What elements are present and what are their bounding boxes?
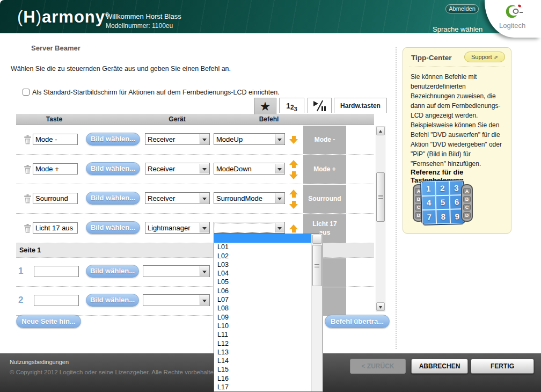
chevron-down-icon[interactable] bbox=[275, 134, 284, 144]
keypad-right-strip: A B C D bbox=[461, 184, 473, 222]
dropdown-option[interactable]: L11 bbox=[214, 330, 311, 339]
cancel-button[interactable]: ABBRECHEN bbox=[411, 359, 468, 374]
dropdown-option[interactable]: L06 bbox=[214, 287, 311, 295]
play-pause-icon bbox=[313, 100, 327, 111]
command-select[interactable]: ModeDown bbox=[214, 163, 285, 175]
dropdown-option[interactable]: L12 bbox=[214, 339, 311, 348]
scroll-up-icon[interactable] bbox=[376, 127, 385, 135]
command-select[interactable]: ModeUp bbox=[214, 133, 285, 145]
tip-body-text: Sie können Befehle mit benutzerdefiniert… bbox=[411, 72, 506, 169]
table-row: Bild wählen... Receiver ModeDown Mode + bbox=[16, 155, 374, 184]
key-label-input[interactable] bbox=[33, 193, 78, 204]
choose-image-button[interactable]: Bild wählen... bbox=[86, 162, 140, 175]
harmony-logo: (H)armony® bbox=[17, 8, 109, 27]
delete-row-icon[interactable] bbox=[24, 194, 32, 204]
tab-hardware-keys[interactable]: Hardw.tasten bbox=[334, 98, 387, 113]
device-select[interactable]: Receiver bbox=[145, 163, 210, 175]
tab-numbers[interactable]: 123 bbox=[279, 98, 304, 113]
logitech-logo-icon bbox=[503, 3, 525, 22]
dropdown-option[interactable]: L15 bbox=[214, 365, 311, 374]
dropdown-option[interactable]: L03 bbox=[214, 260, 311, 269]
numbers-icon: 1 bbox=[286, 101, 290, 110]
delete-row-icon[interactable] bbox=[24, 165, 32, 174]
chevron-down-icon[interactable] bbox=[275, 223, 284, 233]
dropdown-option[interactable]: L05 bbox=[214, 278, 311, 286]
key-label-input[interactable] bbox=[33, 134, 78, 145]
dropdown-option[interactable] bbox=[214, 234, 311, 243]
delete-row-icon[interactable] bbox=[24, 135, 32, 144]
table-scrollbar[interactable] bbox=[376, 126, 385, 311]
language-select-link[interactable]: Sprache wählen bbox=[433, 25, 482, 33]
row-number: 2 bbox=[18, 295, 23, 306]
button-preview-tile: Mode - bbox=[303, 126, 346, 154]
chevron-down-icon[interactable] bbox=[200, 295, 209, 305]
instruction-text: Wählen Sie die zu steuernden Geräte aus … bbox=[11, 65, 231, 72]
transfer-command-button[interactable]: Befehl übertra... bbox=[325, 315, 390, 328]
welcome-text: Willkommen Horst Blass bbox=[106, 12, 181, 20]
delete-row-icon[interactable] bbox=[24, 224, 32, 233]
command-select[interactable]: SurroundMode bbox=[214, 192, 285, 204]
column-header-befehl: Befehl bbox=[259, 115, 279, 123]
choose-image-button[interactable]: Bild wählen... bbox=[86, 221, 140, 234]
move-down-icon[interactable] bbox=[289, 136, 298, 144]
dropdown-option[interactable]: L13 bbox=[214, 348, 311, 357]
device-select[interactable]: Lightmanager bbox=[145, 222, 210, 234]
dropdown-option[interactable]: L17 bbox=[214, 383, 311, 391]
device-select[interactable]: Receiver bbox=[145, 133, 210, 145]
table-header: Taste Gerät Befehl bbox=[16, 114, 374, 125]
move-down-icon[interactable] bbox=[289, 171, 298, 179]
chevron-down-icon[interactable] bbox=[200, 223, 209, 233]
chevron-down-icon[interactable] bbox=[275, 193, 284, 203]
chevron-down-icon[interactable] bbox=[200, 193, 209, 203]
dropdown-option[interactable]: L04 bbox=[214, 269, 311, 278]
choose-image-button[interactable]: Bild wählen... bbox=[86, 133, 140, 146]
tip-center-title: Tipp-Center bbox=[411, 54, 452, 62]
tab-favorites[interactable]: ★ bbox=[254, 98, 276, 114]
choose-image-button[interactable]: Bild wählen... bbox=[86, 265, 139, 278]
move-up-icon[interactable] bbox=[289, 224, 298, 233]
key-label-input[interactable] bbox=[34, 266, 79, 277]
key-label-input[interactable] bbox=[34, 295, 79, 306]
tab-transport[interactable] bbox=[308, 98, 332, 113]
dropdown-option[interactable]: L16 bbox=[214, 374, 311, 383]
chevron-down-icon[interactable] bbox=[200, 134, 209, 144]
command-select-open[interactable] bbox=[214, 222, 285, 234]
new-page-button[interactable]: Neue Seite hin... bbox=[16, 315, 81, 328]
scrollbar-thumb[interactable] bbox=[312, 245, 322, 286]
dropdown-option[interactable]: L08 bbox=[214, 304, 311, 313]
star-icon: ★ bbox=[260, 99, 271, 114]
chevron-down-icon[interactable] bbox=[200, 266, 209, 276]
dropdown-option[interactable]: L14 bbox=[214, 357, 311, 365]
scrollbar-thumb[interactable] bbox=[376, 172, 385, 222]
dropdown-option[interactable]: L10 bbox=[214, 322, 311, 330]
dropdown-option[interactable]: L09 bbox=[214, 313, 311, 322]
button-preview-tile: Mode + bbox=[303, 155, 346, 184]
device-select[interactable] bbox=[143, 294, 210, 306]
choose-image-button[interactable]: Bild wählen... bbox=[86, 192, 140, 205]
dropdown-option[interactable]: L01 bbox=[214, 243, 311, 251]
move-up-icon[interactable] bbox=[289, 190, 298, 198]
move-up-icon[interactable] bbox=[289, 160, 298, 168]
terms-link[interactable]: Nutzungsbedingungen bbox=[10, 359, 69, 365]
device-select[interactable] bbox=[143, 265, 210, 277]
lcd-default-checkbox[interactable] bbox=[23, 89, 30, 96]
external-link-icon: ⇗ bbox=[494, 54, 498, 60]
device-select[interactable]: Receiver bbox=[145, 192, 210, 204]
dropdown-option[interactable]: L02 bbox=[214, 252, 311, 260]
back-button: < ZURÜCK bbox=[350, 359, 406, 374]
scroll-up-icon[interactable] bbox=[312, 235, 322, 244]
support-button[interactable]: Support ⇗ bbox=[464, 52, 505, 62]
dropdown-option[interactable]: L07 bbox=[214, 295, 311, 304]
scroll-down-icon[interactable] bbox=[376, 302, 385, 311]
move-down-icon[interactable] bbox=[289, 201, 298, 209]
chevron-down-icon[interactable] bbox=[200, 164, 209, 173]
dropdown-scrollbar[interactable] bbox=[311, 234, 323, 391]
logout-button[interactable]: Abmelden bbox=[445, 4, 479, 13]
chevron-down-icon[interactable] bbox=[275, 164, 284, 173]
key-label-input[interactable] bbox=[33, 222, 78, 234]
key-label-input[interactable] bbox=[33, 163, 78, 175]
content-divider bbox=[396, 47, 397, 349]
done-button[interactable]: FERTIG bbox=[471, 359, 534, 374]
logitech-brand-text: Logitech bbox=[499, 21, 525, 30]
choose-image-button[interactable]: Bild wählen... bbox=[86, 294, 139, 307]
